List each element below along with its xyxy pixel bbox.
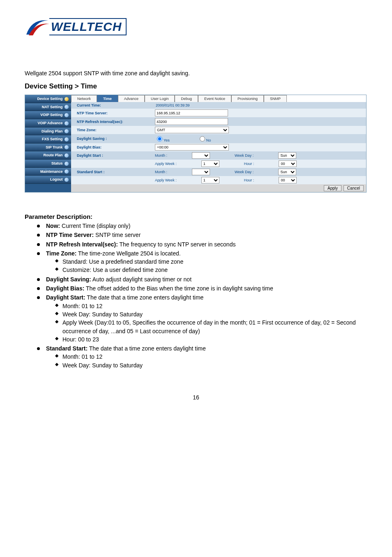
sidebar-item-nat[interactable]: NAT Setting [25,103,71,111]
sidebar-item-device-setting[interactable]: Device Setting [25,95,71,103]
param-name: NTP Time Server: [46,232,94,238]
radio-no-label: No [206,138,211,142]
current-time-label: Current Time: [71,102,153,109]
list-item: NTP Refresh Interval(sec): The frequency… [37,240,367,248]
daylight-start-weekday-select[interactable]: Sun [278,152,296,159]
daylight-bias-select[interactable]: +00:00 [155,144,229,151]
daylight-start-applyweek-select[interactable]: 1 [201,160,219,167]
sidebar-item-label: Device Setting [37,97,62,101]
section-heading: Device Setting > Time [25,82,367,91]
daylight-start-month-select[interactable] [192,152,210,159]
radio-yes-label: Yes [164,138,170,142]
param-name: Daylight Start: [46,294,85,301]
daylight-start-label: Daylight Start : [71,152,153,159]
standard-start-month-select[interactable] [192,169,210,175]
intro-text: Wellgate 2504 support SNTP with time zon… [25,70,367,77]
button-row: Apply Cancel [71,184,366,192]
param-text: Current Time (display only) [60,223,130,229]
tab-user-login[interactable]: User Login [145,95,175,102]
list-item: Standard: Use a predefined standard time… [55,258,367,266]
page-number: 16 [25,394,367,401]
empty-label [71,179,153,181]
expand-icon [65,169,69,174]
daylight-yes-option[interactable]: Yes [155,135,170,142]
param-text: Auto adjust daylight saving timer or not [91,276,191,283]
param-name: Daylight Saving: [46,276,91,283]
tab-snmp[interactable]: SNMP [264,95,287,102]
month-label: Month : [155,153,167,158]
tab-time[interactable]: Time [97,95,118,102]
daylight-bias-label: Daylight Bias: [71,144,153,151]
list-item: NTP Time Server: SNTP time server [37,231,367,239]
sidebar-item-sip-trunk[interactable]: SIP Trunk [25,144,71,152]
param-name: Standard Start: [46,345,88,352]
expand-icon [65,145,69,149]
tab-advance[interactable]: Advance [118,95,145,102]
ntp-refresh-input[interactable] [155,118,228,125]
list-item: Time Zone: The time-zone Wellgate 2504 i… [37,249,367,274]
param-text: The date that a time zone enters dayligh… [88,345,206,352]
screenshot-panel: Device Setting NAT Setting VOIP Setting … [25,95,367,193]
list-item: Month: 01 to 12 [55,302,367,310]
ntp-server-label: NTP Time Server: [71,110,153,116]
month-label: Month : [155,170,167,174]
sidebar-item-label: Maintenance [40,169,63,174]
tab-bar: Network Time Advance User Login Debug Ev… [71,95,366,102]
sidebar-item-label: Dialing Plan [42,129,63,133]
daylight-yes-radio[interactable] [157,136,162,142]
param-name: Now: [46,223,60,229]
param-name: Time Zone: [46,250,76,257]
param-name: Daylight Bias: [46,285,84,292]
list-item: Hour: 00 to 23 [55,335,367,343]
sidebar-item-label: SIP Trunk [46,145,62,149]
standard-start-applyweek-select[interactable]: 1 [201,177,219,183]
applyweek-label: Apply Week : [155,162,177,166]
tab-debug[interactable]: Debug [175,95,198,102]
sidebar-item-label: Route Plan [43,153,62,157]
daylight-no-option[interactable]: No [198,135,211,142]
expand-icon [65,121,69,125]
list-item: Daylight Bias: The offset added to the B… [37,284,367,292]
standard-start-hour-select[interactable]: 00 [279,177,297,183]
expand-icon [65,97,69,101]
logo-text: WELLTECH [49,18,127,35]
param-text: The date that a time zone enters dayligh… [85,294,204,301]
parameter-heading: Parameter Description: [25,213,367,220]
param-text: The frequency to sync NTP server in seco… [118,241,236,248]
logo-swoosh-icon [25,16,49,37]
apply-button[interactable]: Apply [324,185,341,191]
sidebar-item-fxs[interactable]: FXS Setting [25,135,71,144]
daylight-start-hour-select[interactable]: 00 [279,160,297,167]
sidebar: Device Setting NAT Setting VOIP Setting … [25,95,71,192]
param-name: NTP Refresh Interval(sec): [46,241,118,248]
standard-start-weekday-select[interactable]: Sun [278,169,296,175]
list-item: Daylight Saving: Auto adjust daylight sa… [37,275,367,283]
daylight-no-radio[interactable] [200,136,205,142]
sidebar-item-logout[interactable]: Logout [25,176,71,184]
sidebar-item-voip-setting[interactable]: VOIP Setting [25,111,71,119]
list-item: Now: Current Time (display only) [37,222,367,230]
applyweek-label: Apply Week : [155,178,177,182]
weekday-label: Week Day : [235,170,254,174]
tab-provisioning[interactable]: Provisioning [231,95,264,102]
logo: WELLTECH [25,16,367,37]
sidebar-item-dialing-plan[interactable]: Dialing Plan [25,128,71,136]
ntp-server-input[interactable] [155,109,228,116]
cancel-button[interactable]: Cancel [344,185,364,191]
expand-icon [65,137,69,142]
sidebar-item-route-plan[interactable]: Route Plan [25,151,71,160]
timezone-select[interactable]: GMT [155,127,229,133]
sidebar-item-label: VOIP Setting [40,113,62,117]
list-item: Daylight Start: The date that a time zon… [37,293,367,343]
daylight-saving-label: Daylight Saving : [71,135,153,142]
sidebar-item-status[interactable]: Status [25,160,71,168]
tab-event-notice[interactable]: Event Notice [198,95,231,102]
list-item: Standard Start: The date that a time zon… [37,344,367,369]
list-item: Week Day: Sunday to Saturday [55,361,367,369]
form-area: Current Time: 2000/01/01 00:39:39 NTP Ti… [71,102,366,192]
sidebar-item-label: VOIP Advance [37,121,62,125]
sidebar-item-voip-advance[interactable]: VOIP Advance [25,119,71,128]
param-text: The offset added to the Bias when the ti… [84,285,273,292]
sidebar-item-maintenance[interactable]: Maintenance [25,168,71,176]
tab-network[interactable]: Network [71,95,97,102]
